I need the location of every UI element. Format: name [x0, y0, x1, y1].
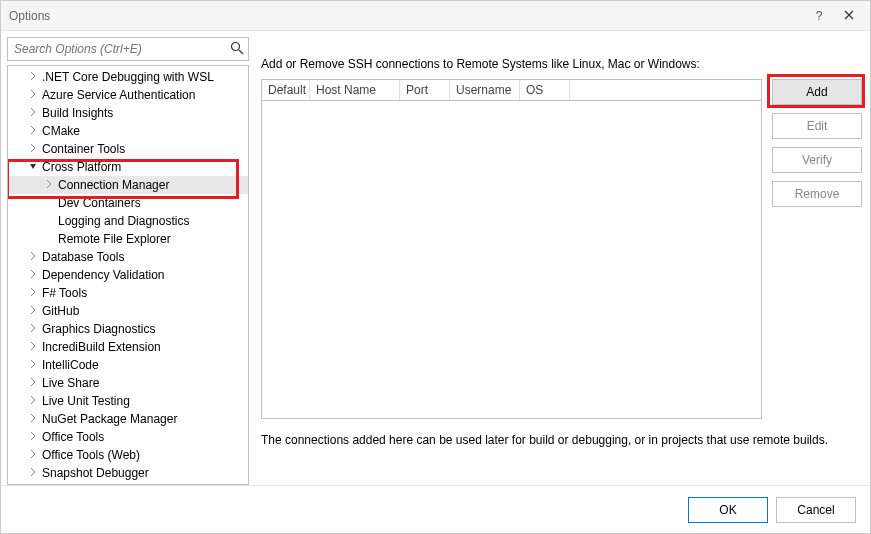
chevron-right-icon	[28, 71, 40, 83]
remove-button: Remove	[772, 181, 862, 207]
chevron-right-icon	[28, 251, 40, 263]
chevron-right-icon	[28, 467, 40, 479]
cancel-button[interactable]: Cancel	[776, 497, 856, 523]
spacer	[44, 233, 56, 245]
tree-item-label: IntelliCode	[42, 358, 99, 372]
tree-item[interactable]: Remote File Explorer	[8, 230, 248, 248]
column-header-blank	[570, 80, 761, 100]
chevron-right-icon	[28, 305, 40, 317]
tree-item[interactable]: Snapshot Debugger	[8, 464, 248, 482]
options-page: Add or Remove SSH connections to Remote …	[261, 37, 862, 485]
tree-item[interactable]: Connection Manager	[8, 176, 248, 194]
tree-item-label: Live Share	[42, 376, 99, 390]
chevron-right-icon	[28, 395, 40, 407]
chevron-down-icon	[28, 161, 40, 173]
chevron-right-icon	[28, 143, 40, 155]
tree-item-label: Azure Service Authentication	[42, 88, 195, 102]
tree-item-label: Graphics Diagnostics	[42, 322, 155, 336]
close-icon	[844, 9, 854, 23]
tree-item[interactable]: NuGet Package Manager	[8, 410, 248, 428]
tree-item-label: Container Tools	[42, 142, 125, 156]
column-header[interactable]: Default	[262, 80, 310, 100]
spacer	[44, 215, 56, 227]
tree-item[interactable]: CMake	[8, 122, 248, 140]
tree-item-label: Cross Platform	[42, 160, 121, 174]
chevron-right-icon	[28, 413, 40, 425]
tree-item[interactable]: Container Tools	[8, 140, 248, 158]
tree-item[interactable]: GitHub	[8, 302, 248, 320]
search-icon	[230, 41, 244, 58]
tree-item-label: Database Tools	[42, 250, 125, 264]
tree-item-label: NuGet Package Manager	[42, 412, 177, 426]
add-button[interactable]: Add	[772, 79, 862, 105]
ok-button[interactable]: OK	[688, 497, 768, 523]
column-header[interactable]: OS	[520, 80, 570, 100]
chevron-right-icon	[28, 287, 40, 299]
verify-button: Verify	[772, 147, 862, 173]
tree-item[interactable]: Dev Containers	[8, 194, 248, 212]
titlebar: Options ?	[1, 1, 870, 31]
tree-item-label: Connection Manager	[58, 178, 169, 192]
tree-item-label: Snapshot Debugger	[42, 466, 149, 480]
options-dialog: Options ? .NET Core Debugging with WSLAz…	[0, 0, 871, 534]
tree-item[interactable]: Build Insights	[8, 104, 248, 122]
svg-point-0	[232, 43, 240, 51]
tree-item[interactable]: Database Tools	[8, 248, 248, 266]
tree-item-label: F# Tools	[42, 286, 87, 300]
tree-item-label: Logging and Diagnostics	[58, 214, 189, 228]
tree-item[interactable]: Logging and Diagnostics	[8, 212, 248, 230]
column-header[interactable]: Username	[450, 80, 520, 100]
chevron-right-icon	[44, 179, 56, 191]
chevron-right-icon	[28, 359, 40, 371]
tree-item[interactable]: IncrediBuild Extension	[8, 338, 248, 356]
tree-item-label: Office Tools	[42, 430, 104, 444]
options-sidebar: .NET Core Debugging with WSLAzure Servic…	[7, 37, 249, 485]
tree-item-label: Live Unit Testing	[42, 394, 130, 408]
column-header[interactable]: Host Name	[310, 80, 400, 100]
tree-item[interactable]: Live Unit Testing	[8, 392, 248, 410]
tree-item[interactable]: Dependency Validation	[8, 266, 248, 284]
tree-item[interactable]: Office Tools (Web)	[8, 446, 248, 464]
tree-item[interactable]: F# Tools	[8, 284, 248, 302]
tree-item-label: Build Insights	[42, 106, 113, 120]
tree-item[interactable]: Live Share	[8, 374, 248, 392]
column-header[interactable]: Port	[400, 80, 450, 100]
options-tree[interactable]: .NET Core Debugging with WSLAzure Servic…	[7, 65, 249, 485]
edit-button: Edit	[772, 113, 862, 139]
tree-item-label: GitHub	[42, 304, 79, 318]
chevron-right-icon	[28, 431, 40, 443]
window-title: Options	[9, 9, 804, 23]
connections-table[interactable]: DefaultHost NamePortUsernameOS	[261, 79, 762, 419]
help-button[interactable]: ?	[804, 1, 834, 31]
tree-item-label: Dependency Validation	[42, 268, 165, 282]
tree-item-label: .NET Core Debugging with WSL	[42, 70, 214, 84]
chevron-right-icon	[28, 125, 40, 137]
dialog-footer: OK Cancel	[1, 485, 870, 533]
chevron-right-icon	[28, 89, 40, 101]
tree-item-label: CMake	[42, 124, 80, 138]
tree-item-label: Dev Containers	[58, 196, 141, 210]
close-button[interactable]	[834, 1, 864, 31]
spacer	[44, 197, 56, 209]
tree-item[interactable]: IntelliCode	[8, 356, 248, 374]
tree-item-label: Remote File Explorer	[58, 232, 171, 246]
tree-item[interactable]: Cross Platform	[8, 158, 248, 176]
help-icon: ?	[816, 9, 823, 23]
tree-item[interactable]: Graphics Diagnostics	[8, 320, 248, 338]
chevron-right-icon	[28, 377, 40, 389]
chevron-right-icon	[28, 449, 40, 461]
search-input[interactable]	[7, 37, 249, 61]
chevron-right-icon	[28, 269, 40, 281]
tree-item-label: Office Tools (Web)	[42, 448, 140, 462]
chevron-right-icon	[28, 323, 40, 335]
tree-item[interactable]: Office Tools	[8, 428, 248, 446]
tree-item-label: IncrediBuild Extension	[42, 340, 161, 354]
chevron-right-icon	[28, 341, 40, 353]
chevron-right-icon	[28, 107, 40, 119]
page-caption: Add or Remove SSH connections to Remote …	[261, 57, 862, 71]
tree-item[interactable]: Azure Service Authentication	[8, 86, 248, 104]
tree-item[interactable]: .NET Core Debugging with WSL	[8, 68, 248, 86]
page-hint: The connections added here can be used l…	[261, 433, 862, 447]
